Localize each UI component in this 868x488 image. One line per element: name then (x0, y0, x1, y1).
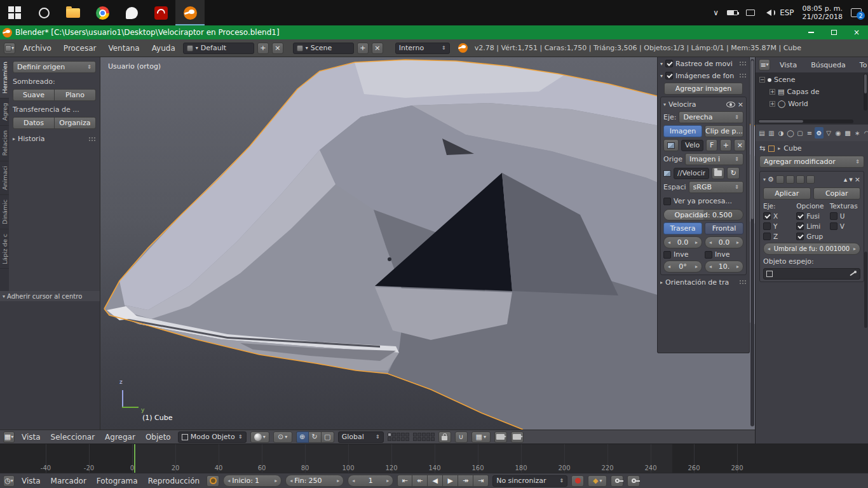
maximize-button[interactable] (822, 25, 845, 39)
shade-flat-button[interactable]: Plano (55, 89, 96, 101)
tl-menu-reproduccion[interactable]: Reproducción (145, 477, 203, 485)
tab-textures[interactable]: ▩ (843, 127, 852, 139)
shading-dropdown[interactable]: ▾ (250, 431, 269, 443)
merge-checkbox[interactable] (796, 212, 804, 220)
tab-herramientas[interactable]: Herramien (0, 57, 9, 98)
menu-archivo[interactable]: Archivo (18, 44, 56, 53)
new-image-button[interactable]: + (720, 139, 731, 151)
start-frame-field[interactable]: ◂ Inicio:1 ▸ (223, 475, 281, 487)
shade-smooth-button[interactable]: Suave (13, 89, 55, 101)
panel-grip-icon[interactable] (739, 61, 747, 66)
outliner-menu-busqueda[interactable]: Búsqueda (806, 61, 850, 69)
action-center-icon[interactable]: 2 (851, 8, 862, 17)
display-icon[interactable] (746, 10, 755, 16)
eye-icon[interactable] (726, 102, 735, 107)
viewport-scrollbar[interactable] (750, 59, 754, 426)
set-origin-button[interactable]: Definir origen⇕ (13, 61, 96, 73)
view-toggle-icon[interactable] (786, 175, 794, 184)
volume-icon[interactable] (763, 10, 771, 16)
editor-type-button[interactable]: ▾ (4, 43, 15, 54)
preview-range-toggle[interactable] (207, 475, 219, 487)
source-movieclip-button[interactable]: Clip de p... (705, 125, 743, 137)
tab-material[interactable]: ◉ (834, 127, 843, 139)
translate-manipulator-button[interactable]: ⊕ (296, 431, 309, 443)
layers-widget-left[interactable] (388, 433, 409, 441)
source-image-button[interactable]: Imagen (663, 125, 702, 137)
axis-z-checkbox[interactable] (763, 233, 771, 240)
mirror-object-field[interactable] (763, 268, 860, 280)
pivot-dropdown[interactable]: ⊙▾ (273, 431, 292, 443)
transfer-data-button[interactable]: Datos (13, 117, 55, 129)
opengl-render-button[interactable] (494, 431, 507, 443)
flip-vertical-checkbox[interactable] (705, 251, 712, 259)
offset-y-field[interactable]: ◂0.0▸ (705, 236, 743, 248)
mode-dropdown[interactable]: Modo Objeto ⇕ (178, 431, 247, 443)
fake-user-button[interactable]: F (706, 139, 717, 151)
keyboard-language[interactable]: ESP (780, 8, 794, 17)
unlink-image-button[interactable]: × (734, 139, 745, 151)
file-explorer-button[interactable] (58, 0, 88, 25)
close-layout-button[interactable]: × (272, 43, 283, 54)
delete-modifier-icon[interactable]: × (855, 175, 860, 184)
orientation-dropdown[interactable]: Global⇕ (338, 431, 384, 443)
vp-menu-vista[interactable]: Vista (18, 433, 44, 442)
tab-particles[interactable]: ∗ (853, 127, 862, 139)
tab-physics[interactable]: ◠ (862, 127, 868, 139)
eyedropper-icon[interactable] (850, 270, 857, 278)
tab-object-data[interactable]: ▽ (824, 127, 833, 139)
origin-dropdown[interactable]: Imagen i⇕ (685, 153, 743, 165)
blender-taskbar-button[interactable] (175, 0, 205, 25)
axis-dropdown[interactable]: Derecha⇕ (679, 111, 743, 123)
motion-tracking-checkbox[interactable] (665, 60, 673, 67)
move-down-icon[interactable]: ▾ (849, 175, 853, 184)
opacity-slider[interactable]: Opacidad: 0.500 (663, 209, 743, 220)
snap-element-dropdown[interactable]: ▦▾ (471, 431, 491, 443)
end-frame-field[interactable]: ◂ Fin:250 ▸ (285, 475, 344, 487)
play-reverse-button[interactable]: ◀ (428, 475, 443, 487)
reload-image-button[interactable]: ↻ (727, 167, 740, 179)
jump-to-end-button[interactable]: ⇥ (473, 475, 489, 487)
size-field[interactable]: ◂10.▸ (705, 261, 743, 273)
modifier-header[interactable]: ▾ ⚙ ▴ ▾ × (763, 173, 860, 185)
merge-threshold-field[interactable]: ◂ Umbral de fu: 0.001000 ▸ (763, 243, 860, 255)
app-button[interactable] (117, 0, 146, 25)
outliner-item-world[interactable]: + ◯ World (759, 98, 868, 109)
tab-world[interactable]: ◯ (786, 127, 795, 139)
clock[interactable]: 08:05 p. m. 21/02/2018 (803, 4, 843, 21)
move-up-icon[interactable]: ▴ (844, 175, 848, 184)
outliner-item-render-layers[interactable]: + ▤ Capas de (759, 86, 868, 97)
rotate-manipulator-button[interactable]: ↻ (309, 431, 322, 443)
menu-ventana[interactable]: Ventana (104, 44, 144, 53)
tab-dinamica[interactable]: Dinámic (0, 195, 9, 229)
outliner-hscrollbar[interactable] (758, 119, 853, 123)
tab-render[interactable]: ▤ (757, 127, 766, 139)
timeline-editor-type-button[interactable]: ◷▾ (3, 475, 15, 487)
filepath-field[interactable]: //Velocir (674, 168, 709, 179)
outliner-menu-vista[interactable]: Vista (775, 61, 801, 69)
pin-browse-icon[interactable]: ⇆ (759, 144, 765, 152)
flip-horizontal-checkbox[interactable] (663, 251, 671, 259)
battery-icon[interactable] (727, 10, 738, 15)
back-button[interactable]: Trasera (663, 222, 702, 234)
panel-grip-icon[interactable] (739, 280, 747, 285)
screen-layout-selector[interactable]: ▾ Default (183, 43, 254, 54)
background-images-checkbox[interactable] (665, 72, 673, 79)
panel-grip-icon[interactable] (739, 73, 747, 78)
scene-selector[interactable]: ▾ Scene (293, 43, 354, 54)
current-frame-cursor[interactable] (134, 444, 135, 473)
mirror-u-checkbox[interactable] (830, 212, 837, 220)
render-toggle-icon[interactable] (776, 175, 784, 184)
timeline-ruler[interactable]: -40 -20 0 20 40 60 80 100 120 140 160 18… (0, 444, 868, 473)
vp-menu-agregar[interactable]: Agregar (102, 433, 139, 442)
tl-menu-fotograma[interactable]: Fotograma (93, 477, 141, 485)
tab-object[interactable]: ▢ (796, 127, 804, 139)
outliner-editor-type-button[interactable]: ≡▾ (759, 59, 770, 71)
chrome-button[interactable] (88, 0, 117, 25)
opengl-render-anim-button[interactable] (511, 431, 524, 443)
sync-dropdown[interactable]: No sincronizar⇕ (492, 475, 567, 487)
snap-toggle-button[interactable]: ∪ (455, 431, 468, 443)
offset-x-field[interactable]: ◂0.0▸ (663, 236, 702, 248)
next-keyframe-button[interactable]: ↠ (458, 475, 473, 487)
add-layout-button[interactable]: + (257, 43, 269, 54)
tab-relacion[interactable]: Relacion (0, 126, 9, 161)
